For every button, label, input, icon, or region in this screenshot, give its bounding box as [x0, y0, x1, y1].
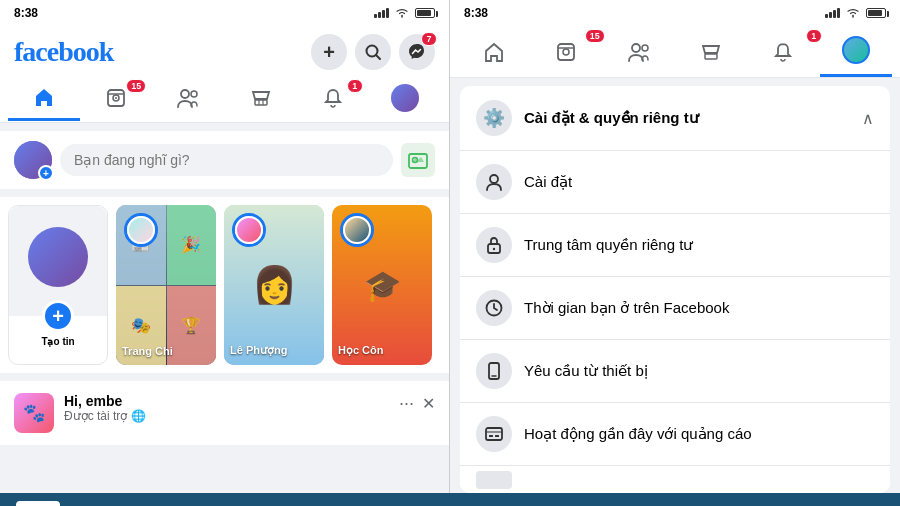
ad-card: 🐾 Hi, embe Được tài trợ 🌐 ··· ✕ [0, 381, 449, 445]
add-button[interactable]: + [311, 34, 347, 70]
settings-gear-icon: ⚙️ [476, 100, 512, 136]
fb-header: facebook + 7 [0, 26, 449, 74]
bell-badge: 1 [347, 79, 363, 93]
svg-point-4 [115, 97, 117, 99]
messenger-button[interactable]: 7 [399, 34, 435, 70]
ad-title: Hi, embe [64, 393, 389, 409]
svg-rect-8 [255, 100, 267, 105]
settings-header-left: ⚙️ Cài đặt & quyền riêng tư [476, 100, 699, 136]
story-name-2: Lê Phượng [230, 344, 318, 357]
settings-item-caidat[interactable]: Cài đặt [460, 150, 890, 213]
right-nav-home[interactable] [458, 31, 530, 73]
right-nav-menu[interactable] [820, 26, 892, 77]
right-home-icon [483, 41, 505, 63]
story-card-3[interactable]: 🎓 Học Côn [332, 205, 432, 365]
right-bell-icon [772, 41, 794, 63]
nav-friends[interactable] [152, 77, 224, 119]
svg-point-19 [490, 175, 498, 183]
settings-caidat-icon [476, 164, 512, 200]
nav-home[interactable] [8, 76, 80, 121]
svg-point-6 [181, 90, 189, 98]
settings-time-icon [476, 290, 512, 326]
right-battery-icon [866, 8, 886, 18]
svg-rect-25 [486, 428, 502, 440]
right-status-bar: 8:38 [450, 0, 900, 26]
right-time: 8:38 [464, 6, 488, 20]
svg-point-16 [632, 44, 640, 52]
ad-close-button[interactable]: ✕ [422, 394, 435, 413]
reels-icon [105, 87, 127, 109]
svg-point-17 [642, 45, 648, 51]
nav-avatar[interactable] [369, 74, 441, 122]
search-icon [364, 43, 382, 61]
ad-content: Hi, embe Được tài trợ 🌐 [64, 393, 389, 423]
globe-icon: 🌐 [131, 409, 146, 423]
right-nav-friends[interactable] [603, 31, 675, 73]
marketplace-icon [250, 87, 272, 109]
svg-rect-18 [705, 54, 717, 59]
svg-rect-26 [489, 435, 493, 437]
story-card-1[interactable]: 📰 🎉 🎭 🏆 Trang Chi [116, 205, 216, 365]
user-avatar [391, 84, 419, 112]
left-status-bar: 8:38 [0, 0, 449, 26]
fb-header-icons: + 7 [311, 34, 435, 70]
settings-device-label: Yêu cầu từ thiết bị [524, 362, 648, 380]
settings-section: ⚙️ Cài đặt & quyền riêng tư ∧ Cài đặt [460, 86, 890, 493]
svg-rect-27 [495, 435, 499, 437]
add-story-icon: + [38, 165, 54, 181]
settings-partial-icon [476, 471, 512, 489]
settings-time-label: Thời gian bạn ở trên Facebook [524, 299, 729, 317]
right-status-icons [825, 8, 886, 18]
post-user-avatar: + [14, 141, 52, 179]
clock-icon [484, 298, 504, 318]
photo-icon [407, 149, 429, 171]
story-name-1: Trang Chi [122, 345, 210, 357]
right-reels-icon [555, 41, 577, 63]
device-icon [484, 361, 504, 381]
photo-button[interactable] [401, 143, 435, 177]
right-marketplace-icon [700, 41, 722, 63]
settings-privacy-icon [476, 227, 512, 263]
nav-bell[interactable]: 1 [297, 77, 369, 119]
story-avatar-ring-3 [340, 213, 374, 247]
left-status-icons [374, 8, 435, 18]
left-panel: 8:38 facebook [0, 0, 450, 493]
right-nav-reels[interactable]: 15 [530, 31, 602, 73]
person-icon [484, 172, 504, 192]
nav-reels[interactable]: 15 [80, 77, 152, 119]
wifi-icon [395, 8, 409, 18]
settings-title: Cài đặt & quyền riêng tư [524, 109, 699, 127]
home-icon [33, 86, 55, 108]
right-nav-bell[interactable]: 1 [747, 31, 819, 73]
right-nav-marketplace[interactable] [675, 31, 747, 73]
settings-item-partial[interactable] [460, 465, 890, 493]
story-card-2[interactable]: 👩 Lê Phượng [224, 205, 324, 365]
settings-ads-label: Hoạt động gần đây với quảng cáo [524, 425, 752, 443]
lock-icon [484, 235, 504, 255]
right-nav: 15 1 [450, 26, 900, 78]
fb-logo: facebook [14, 36, 113, 68]
add-icon: + [323, 41, 335, 64]
stories-section: + Tạo tin 📰 🎉 🎭 🏆 Trang Chi [0, 197, 449, 373]
ad-more-button[interactable]: ··· [399, 393, 414, 414]
chevron-up-icon: ∧ [862, 109, 874, 128]
story-create-card[interactable]: + Tạo tin [8, 205, 108, 365]
fb-nav: 15 [0, 74, 449, 123]
settings-item-privacy[interactable]: Trung tâm quyền riêng tư [460, 213, 890, 276]
settings-item-device[interactable]: Yêu cầu từ thiết bị [460, 339, 890, 402]
search-button[interactable] [355, 34, 391, 70]
right-reels-badge: 15 [585, 29, 605, 43]
settings-header[interactable]: ⚙️ Cài đặt & quyền riêng tư ∧ [460, 86, 890, 150]
settings-item-ads[interactable]: Hoạt động gần đây với quảng cáo [460, 402, 890, 465]
reels-badge: 15 [126, 79, 146, 93]
settings-caidat-label: Cài đặt [524, 173, 572, 191]
svg-point-14 [563, 49, 569, 55]
post-input[interactable] [60, 144, 393, 176]
settings-ads-icon [476, 416, 512, 452]
friends-icon [176, 87, 200, 109]
svg-line-1 [376, 55, 380, 59]
settings-item-time[interactable]: Thời gian bạn ở trên Facebook [460, 276, 890, 339]
bell-icon [322, 87, 344, 109]
left-time: 8:38 [14, 6, 38, 20]
nav-marketplace[interactable] [225, 77, 297, 119]
